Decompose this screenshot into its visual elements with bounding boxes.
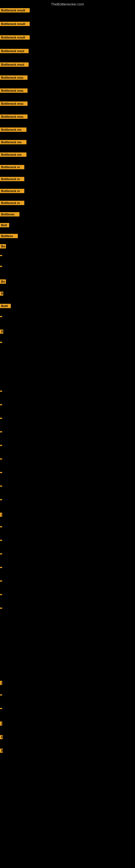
bottleneck-badge-25: [0, 316, 2, 317]
bottleneck-badge-38: [0, 526, 2, 527]
bottleneck-badge-35: [0, 486, 2, 487]
bottleneck-badge-0: Bottleneck result: [0, 8, 30, 12]
bottleneck-badge-10: Bottleneck res: [0, 140, 27, 144]
bottleneck-badge-41: [0, 567, 2, 568]
bottleneck-badge-37: |: [0, 513, 2, 517]
bottleneck-badge-5: Bottleneck resu: [0, 75, 28, 80]
bottleneck-badge-21: [0, 266, 2, 267]
bottleneck-badge-31: [0, 431, 2, 432]
bottleneck-badge-6: Bottleneck resu: [0, 88, 28, 93]
bottleneck-badge-20: [0, 255, 2, 256]
bottleneck-badge-8: Bottleneck resu: [0, 115, 28, 119]
bottleneck-badge-49: E: [0, 735, 3, 739]
bottleneck-badge-29: [0, 404, 2, 405]
bottleneck-badge-32: [0, 445, 2, 446]
bottleneck-badge-11: Bottleneck res: [0, 152, 27, 157]
bottleneck-badge-46: [0, 694, 2, 695]
bottleneck-badge-19: Bo: [0, 244, 6, 248]
bottleneck-badge-27: [0, 342, 2, 343]
bottleneck-badge-43: [0, 594, 2, 595]
bottleneck-badge-36: [0, 499, 2, 500]
bottleneck-badge-50: B: [0, 749, 3, 753]
bottleneck-badge-34: [0, 472, 2, 473]
bottleneck-badge-30: [0, 418, 2, 419]
bottleneck-badge-13: Bottleneck re: [0, 177, 24, 181]
bottleneck-badge-9: Bottleneck res: [0, 127, 27, 132]
bottleneck-badge-45: |: [0, 681, 2, 685]
bottleneck-badge-4: Bottleneck resul: [0, 62, 29, 67]
bottleneck-badge-14: Bottleneck re: [0, 189, 24, 193]
bottleneck-badge-18: Bottlene: [0, 234, 18, 238]
site-title: TheBottlenecker.com: [0, 2, 135, 6]
bottleneck-badge-48: |: [0, 721, 2, 725]
bottleneck-badge-40: [0, 553, 2, 554]
bottleneck-badge-2: Bottleneck result: [0, 35, 30, 40]
bottleneck-badge-16: Bottlenec: [0, 212, 19, 216]
bottleneck-badge-42: [0, 581, 2, 582]
bottleneck-badge-26: B: [0, 330, 3, 334]
bottleneck-badge-15: Bottleneck re: [0, 201, 24, 205]
bottleneck-badge-33: [0, 458, 2, 460]
bottleneck-badge-24: Bottl: [0, 304, 11, 308]
bottleneck-badge-44: [0, 608, 2, 609]
bottleneck-badge-17: Bott: [0, 223, 9, 227]
bottleneck-badge-3: Bottleneck resul: [0, 49, 29, 53]
bottleneck-badge-22: Bo: [0, 279, 6, 284]
bottleneck-badge-7: Bottleneck resu: [0, 101, 28, 106]
bottleneck-badge-39: [0, 540, 2, 541]
bottleneck-badge-12: Bottleneck re: [0, 165, 24, 169]
bottleneck-badge-1: Bottleneck result: [0, 22, 30, 26]
bottleneck-badge-28: [0, 391, 2, 392]
bottleneck-badge-47: [0, 708, 2, 709]
bottleneck-badge-23: B: [0, 291, 3, 296]
